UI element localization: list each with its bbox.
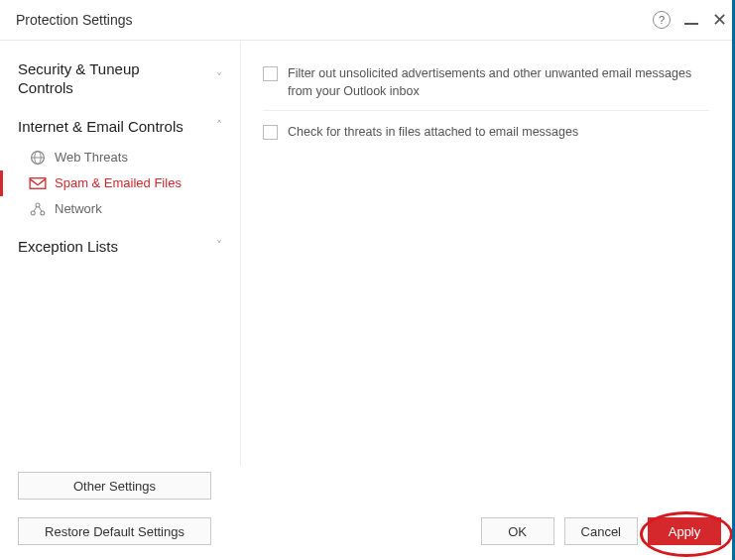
minimize-icon[interactable] <box>684 23 698 25</box>
sidebar-item-label: Network <box>55 201 102 216</box>
svg-line-7 <box>34 206 37 211</box>
section-exception-lists[interactable]: Exception Lists ˅ <box>0 232 240 261</box>
svg-point-6 <box>41 211 45 215</box>
restore-defaults-button[interactable]: Restore Default Settings <box>18 517 211 545</box>
ok-button[interactable]: OK <box>481 517 554 545</box>
checkbox-filter-spam[interactable] <box>263 66 278 81</box>
section-security-tuneup[interactable]: Security & Tuneup Controls ˅ <box>0 55 240 104</box>
sidebar-item-web-threats[interactable]: Web Threats <box>0 145 240 170</box>
button-label: Other Settings <box>73 479 156 494</box>
sidebar-item-label: Spam & Emailed Files <box>55 175 182 190</box>
chevron-up-icon: ˄ <box>216 119 222 133</box>
chevron-down-icon: ˅ <box>216 239 222 253</box>
button-label: Restore Default Settings <box>45 524 184 539</box>
chevron-down-icon: ˅ <box>216 71 222 86</box>
globe-icon <box>29 150 47 166</box>
setting-label: Filter out unsolicited advertisements an… <box>288 64 709 100</box>
svg-rect-3 <box>30 177 46 188</box>
section-internet-email[interactable]: Internet & Email Controls ˄ <box>0 112 240 141</box>
button-label: Apply <box>669 524 701 539</box>
section-label: Exception Lists <box>18 238 118 255</box>
network-icon <box>29 201 47 217</box>
svg-line-8 <box>39 206 42 211</box>
section-label: Security & Tuneup Controls <box>18 60 186 98</box>
cancel-button[interactable]: Cancel <box>564 517 638 545</box>
titlebar: Protection Settings ? ✕ <box>0 0 735 40</box>
svg-point-4 <box>36 203 40 207</box>
content-pane: Filter out unsolicited advertisements an… <box>240 41 735 508</box>
sidebar-item-network[interactable]: Network <box>0 196 240 222</box>
bottom-bar: Other Settings Restore Default Settings … <box>0 466 735 560</box>
apply-button[interactable]: Apply <box>648 517 721 545</box>
sidebar-item-label: Web Threats <box>55 150 128 165</box>
button-label: OK <box>508 524 527 539</box>
svg-point-5 <box>31 211 35 215</box>
envelope-icon <box>29 175 47 191</box>
setting-filter-spam: Filter out unsolicited advertisements an… <box>263 58 709 111</box>
sidebar-item-spam-emailed-files[interactable]: Spam & Emailed Files <box>0 170 240 196</box>
setting-scan-attachments: Check for threats in files attached to e… <box>263 117 709 151</box>
setting-label: Check for threats in files attached to e… <box>288 123 578 141</box>
sidebar: Security & Tuneup Controls ˅ Internet & … <box>0 41 240 508</box>
close-icon[interactable]: ✕ <box>712 11 727 29</box>
checkbox-scan-attachments[interactable] <box>263 125 278 140</box>
other-settings-button[interactable]: Other Settings <box>18 472 211 500</box>
help-icon[interactable]: ? <box>653 11 671 29</box>
section-label: Internet & Email Controls <box>18 118 184 135</box>
window-title: Protection Settings <box>16 12 133 28</box>
button-label: Cancel <box>581 524 621 539</box>
